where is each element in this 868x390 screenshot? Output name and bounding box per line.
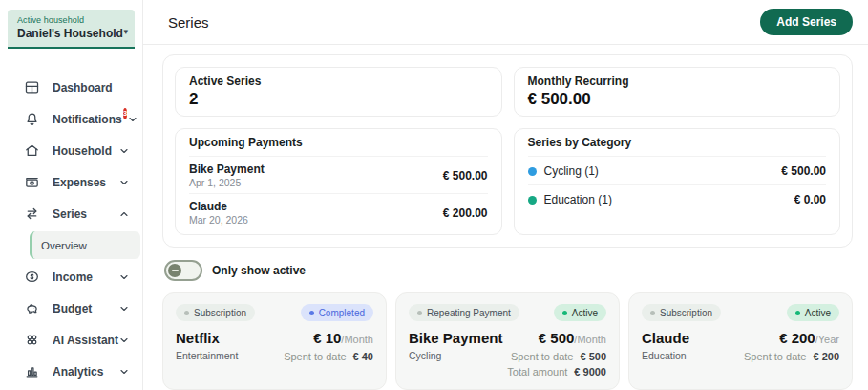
series-price: € 500/Month	[507, 329, 606, 349]
card-title: Series by Category	[528, 136, 827, 157]
stat-value: € 500.00	[528, 90, 827, 108]
total-amount-row: Total amount€ 9000	[507, 365, 606, 379]
chevron-down-icon: ▾	[123, 27, 128, 36]
page-content: Active Series 2 Monthly Recurring € 500.…	[143, 45, 868, 390]
dot-icon	[184, 311, 189, 315]
category-amount: € 500.00	[781, 164, 826, 178]
category-name: Education (1)	[544, 193, 612, 206]
sidebar-item-label: Analytics	[53, 365, 103, 379]
series-card-netflix[interactable]: Subscription Completed Netflix Entertain…	[162, 292, 387, 390]
sidebar-item-label: Household	[53, 144, 112, 158]
household-selector-value: Daniel's Household	[17, 27, 127, 40]
series-category: Entertainment	[176, 349, 238, 362]
add-series-button[interactable]: Add Series	[760, 9, 853, 35]
active-series-card: Active Series 2	[175, 67, 502, 117]
status-badge: Active	[554, 304, 606, 321]
household-selector-label: Active household	[17, 15, 127, 25]
category-dot-icon	[528, 167, 537, 176]
page-header: Series Add Series	[143, 0, 868, 45]
category-row: Education (1) € 0.00	[528, 184, 827, 213]
piggy-bank-icon	[24, 300, 40, 316]
toggle-thumb	[168, 264, 181, 277]
dot-icon	[562, 311, 567, 315]
dot-icon	[417, 311, 422, 315]
chevron-down-icon	[118, 303, 130, 314]
spent-to-date-row: Spent to date€ 200	[744, 350, 839, 364]
series-title: Bike Payment	[409, 329, 502, 347]
spent-to-date-row: Spent to date€ 40	[284, 350, 373, 364]
minus-icon	[172, 270, 179, 271]
dashboard-icon	[24, 79, 40, 96]
series-title: Netflix	[176, 329, 238, 347]
sidebar-item-ai-assistant[interactable]: AI Assistant	[0, 324, 142, 356]
chevron-down-icon	[127, 114, 138, 125]
type-badge: Repeating Payment	[409, 304, 519, 321]
sidebar-item-analytics[interactable]: Analytics	[0, 356, 142, 387]
toggle-label: Only show active	[212, 264, 306, 277]
series-grid: Subscription Completed Netflix Entertain…	[162, 292, 853, 390]
category-row: Cycling (1) € 500.00	[528, 157, 827, 184]
sidebar-item-income[interactable]: Income	[0, 261, 142, 292]
payment-date: Apr 1, 2025	[189, 177, 265, 188]
dot-icon	[309, 311, 314, 315]
series-title: Claude	[642, 329, 689, 347]
sidebar-item-budget[interactable]: Budget	[0, 292, 142, 324]
sidebar-item-household[interactable]: Household	[0, 135, 142, 166]
filter-row: Only show active	[164, 260, 853, 281]
bar-chart-icon	[24, 363, 40, 379]
chevron-down-icon	[118, 335, 130, 346]
stat-label: Active Series	[189, 75, 488, 88]
dot-icon	[650, 311, 655, 315]
sidebar-item-label: AI Assistant	[53, 334, 118, 347]
sidebar-item-label: Series	[53, 207, 87, 221]
stats-panel: Active Series 2 Monthly Recurring € 500.…	[162, 54, 853, 248]
dot-icon	[795, 311, 800, 315]
sidebar-item-notifications[interactable]: Notifications 3	[0, 103, 142, 135]
sidebar-item-label: Expenses	[53, 176, 106, 189]
status-badge: Active	[787, 304, 839, 321]
payment-name: Claude	[189, 200, 248, 213]
monthly-recurring-card: Monthly Recurring € 500.00	[514, 67, 841, 117]
category-dot-icon	[528, 196, 537, 205]
payment-date: Mar 20, 2026	[189, 214, 248, 226]
series-price: € 10/Month	[284, 329, 373, 349]
type-badge: Subscription	[642, 304, 721, 321]
sidebar-item-label: Income	[53, 271, 93, 284]
series-by-category-card: Series by Category Cycling (1) € 500.00 …	[514, 128, 841, 235]
home-icon	[24, 142, 40, 159]
app-window: Active household Daniel's Household ▾ Da…	[0, 0, 868, 390]
type-badge: Subscription	[176, 304, 255, 321]
stat-value: 2	[189, 90, 488, 108]
stat-label: Monthly Recurring	[528, 75, 827, 88]
series-category: Education	[642, 349, 689, 362]
sidebar-item-expenses[interactable]: Expenses	[0, 166, 142, 198]
card-title: Upcoming Payments	[189, 136, 488, 157]
payment-amount: € 200.00	[443, 206, 488, 220]
sidebar-item-series[interactable]: Series	[0, 198, 142, 229]
sidebar-subitem-label: Overview	[41, 240, 87, 251]
sidebar-nav: Dashboard Notifications 3 Household	[0, 72, 142, 387]
repeat-icon	[24, 206, 40, 222]
brain-icon	[24, 332, 40, 348]
chevron-down-icon	[118, 366, 130, 378]
coin-icon	[24, 269, 40, 285]
status-badge: Completed	[301, 304, 373, 321]
household-selector[interactable]: Active household Daniel's Household ▾	[8, 10, 135, 49]
only-show-active-toggle[interactable]	[164, 260, 202, 281]
series-price: € 200/Year	[744, 329, 839, 349]
chevron-down-icon	[118, 177, 130, 188]
payment-row: Bike Payment Apr 1, 2025 € 500.00	[189, 157, 488, 193]
series-category: Cycling	[409, 349, 502, 362]
spent-to-date-row: Spent to date€ 500	[507, 350, 606, 364]
sidebar-item-dashboard[interactable]: Dashboard	[0, 72, 142, 103]
sidebar-item-label: Dashboard	[53, 81, 113, 95]
chevron-down-icon	[118, 145, 130, 157]
series-card-bike-payment[interactable]: Repeating Payment Active Bike Payment Cy…	[395, 292, 620, 390]
sidebar: Active household Daniel's Household ▾ Da…	[0, 0, 143, 390]
payment-amount: € 500.00	[443, 169, 488, 183]
banknote-icon	[24, 174, 40, 190]
page-title: Series	[168, 14, 209, 31]
sidebar-subitem-overview[interactable]: Overview	[30, 231, 140, 259]
category-name: Cycling (1)	[544, 164, 599, 178]
series-card-claude[interactable]: Subscription Active Claude Education € 2…	[628, 292, 853, 390]
